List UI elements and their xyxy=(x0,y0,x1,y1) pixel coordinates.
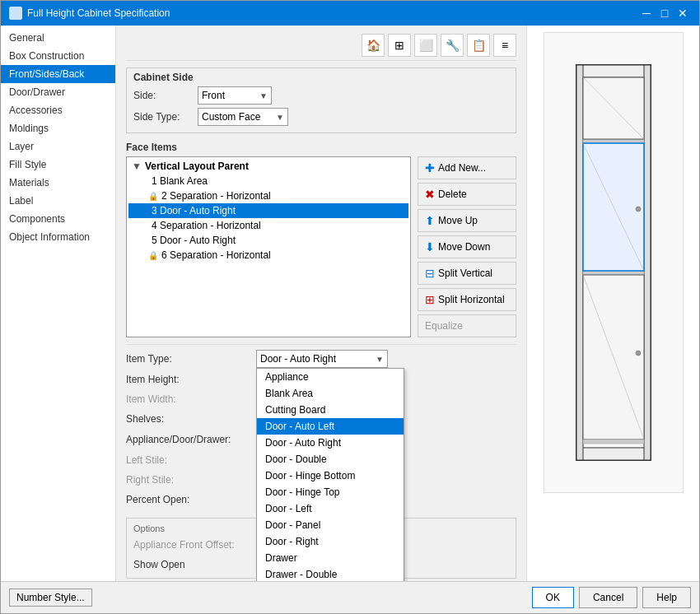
face-item-2-text: 2 Separation - Horizontal xyxy=(161,190,271,202)
face-items-body: ▼ Vertical Layout Parent 1 Blank Area 🔒 … xyxy=(126,156,516,337)
toolbar-tool-btn[interactable]: 🔧 xyxy=(441,34,464,57)
svg-rect-4 xyxy=(644,65,651,460)
side-type-value: Custom Face xyxy=(202,111,260,123)
move-down-label: Move Down xyxy=(438,241,490,253)
option-door-right[interactable]: Door - Right xyxy=(257,533,404,550)
move-up-label: Move Up xyxy=(438,215,478,226)
appliance-drawer-label: Appliance/Door/Drawer: xyxy=(126,434,250,445)
item-type-dropdown-arrow: ▼ xyxy=(376,355,384,364)
item-type-dropdown[interactable]: Door - Auto Right ▼ xyxy=(256,350,388,368)
svg-point-11 xyxy=(636,207,641,212)
face-item-3-text: 3 Door - Auto Right xyxy=(152,205,236,216)
cabinet-svg xyxy=(560,57,667,468)
option-appliance[interactable]: Appliance xyxy=(257,369,404,385)
lock-icon-6: 🔒 xyxy=(148,251,158,260)
right-stile-label: Right Stile: xyxy=(126,474,250,486)
split-vertical-button[interactable]: ⊟ Split Vertical xyxy=(418,262,516,285)
svg-rect-1 xyxy=(576,65,651,77)
main-content: 🏠 ⊞ ⬜ 🔧 📋 ≡ Cabinet Side Side: Front ▼ xyxy=(116,26,526,581)
shelves-label: Shelves: xyxy=(126,413,250,425)
number-style-button[interactable]: Number Style... xyxy=(9,588,92,607)
sidebar-item-front-sides-back[interactable]: Front/Sides/Back xyxy=(1,65,115,83)
split-vertical-label: Split Vertical xyxy=(438,267,492,279)
side-row: Side: Front ▼ xyxy=(133,86,509,105)
face-item-4-text: 4 Separation - Horizontal xyxy=(152,220,261,231)
up-arrow-icon: ⬆ xyxy=(425,214,435,227)
side-value: Front xyxy=(202,90,225,101)
equalize-button[interactable]: Equalize xyxy=(418,314,516,337)
side-dropdown[interactable]: Front ▼ xyxy=(198,86,272,105)
maximize-button[interactable]: □ xyxy=(656,5,673,21)
option-drawer[interactable]: Drawer xyxy=(257,550,404,566)
close-button[interactable]: ✕ xyxy=(674,5,691,21)
option-door-auto-left[interactable]: Door - Auto Left xyxy=(257,418,404,435)
sidebar-item-label[interactable]: Label xyxy=(1,192,115,210)
face-item-3[interactable]: 3 Door - Auto Right xyxy=(128,203,408,218)
sidebar-item-door-drawer[interactable]: Door/Drawer xyxy=(1,83,115,101)
cabinet-preview xyxy=(544,32,684,493)
side-label: Side: xyxy=(133,90,191,101)
face-item-4[interactable]: 4 Separation - Horizontal xyxy=(128,218,408,233)
toolbar-row: 🏠 ⊞ ⬜ 🔧 📋 ≡ xyxy=(126,34,516,61)
option-door-hinge-bottom[interactable]: Door - Hinge Bottom xyxy=(257,467,404,484)
item-type-label: Item Type: xyxy=(126,353,250,365)
split-vertical-icon: ⊟ xyxy=(425,267,435,280)
help-button[interactable]: Help xyxy=(642,587,691,608)
minimize-button[interactable]: ─ xyxy=(638,5,655,21)
sidebar-item-moldings[interactable]: Moldings xyxy=(1,119,115,137)
add-new-button[interactable]: ✚ Add New... xyxy=(418,156,516,179)
face-buttons-panel: ✚ Add New... ✖ Delete ⬆ Move Up ⬇ xyxy=(418,156,516,337)
delete-button[interactable]: ✖ Delete xyxy=(418,183,516,206)
option-cutting-board[interactable]: Cutting Board xyxy=(257,402,404,418)
toolbar-frame-btn[interactable]: ⬜ xyxy=(414,34,437,57)
move-down-button[interactable]: ⬇ Move Down xyxy=(418,235,516,258)
toolbar-copy-btn[interactable]: 📋 xyxy=(467,34,490,57)
show-open-label: Show Open xyxy=(133,559,257,570)
split-horizontal-label: Split Horizontal xyxy=(438,294,505,305)
option-door-hinge-top[interactable]: Door - Hinge Top xyxy=(257,484,404,500)
item-type-value: Door - Auto Right xyxy=(260,353,336,365)
face-item-6[interactable]: 🔒 6 Separation - Horizontal xyxy=(128,248,408,263)
face-item-5[interactable]: 5 Door - Auto Right xyxy=(128,233,408,248)
ok-button[interactable]: OK xyxy=(532,587,574,608)
side-dropdown-arrow: ▼ xyxy=(259,91,268,100)
title-controls: ─ □ ✕ xyxy=(638,5,691,21)
toolbar-grid-btn[interactable]: ⊞ xyxy=(388,34,411,57)
item-height-label: Item Height: xyxy=(126,374,250,385)
item-details-section: Item Type: Door - Auto Right ▼ Appliance… xyxy=(126,344,516,508)
sidebar-item-materials[interactable]: Materials xyxy=(1,174,115,192)
svg-point-14 xyxy=(636,351,641,356)
sidebar-item-fill-style[interactable]: Fill Style xyxy=(1,156,115,174)
face-item-6-text: 6 Separation - Horizontal xyxy=(161,249,271,261)
face-item-2[interactable]: 🔒 2 Separation - Horizontal xyxy=(128,188,408,203)
side-type-dropdown[interactable]: Custom Face ▼ xyxy=(198,108,288,126)
split-horizontal-button[interactable]: ⊞ Split Horizontal xyxy=(418,288,516,311)
left-stile-label: Left Stile: xyxy=(126,454,250,466)
toolbar-menu-btn[interactable]: ≡ xyxy=(493,34,516,57)
option-door-left[interactable]: Door - Left xyxy=(257,500,404,517)
svg-rect-15 xyxy=(583,440,644,444)
sidebar-item-layer[interactable]: Layer xyxy=(1,137,115,156)
option-blank-area[interactable]: Blank Area xyxy=(257,385,404,402)
item-width-label: Item Width: xyxy=(126,393,250,405)
face-item-1[interactable]: 1 Blank Area xyxy=(128,174,408,188)
split-horizontal-icon: ⊞ xyxy=(425,293,435,306)
face-items-list[interactable]: ▼ Vertical Layout Parent 1 Blank Area 🔒 … xyxy=(126,156,411,337)
appliance-offset-label: Appliance Front Offset: xyxy=(133,539,257,551)
option-door-double[interactable]: Door - Double xyxy=(257,451,404,467)
option-door-panel[interactable]: Door - Panel xyxy=(257,517,404,533)
option-drawer-double[interactable]: Drawer - Double xyxy=(257,566,404,581)
cabinet-side-title: Cabinet Side xyxy=(133,72,509,83)
sidebar-item-accessories[interactable]: Accessories xyxy=(1,101,115,119)
percent-open-label: Percent Open: xyxy=(126,494,250,505)
option-door-auto-right[interactable]: Door - Auto Right xyxy=(257,435,404,451)
move-up-button[interactable]: ⬆ Move Up xyxy=(418,209,516,232)
sidebar-item-object-information[interactable]: Object Information xyxy=(1,228,115,246)
sidebar-item-box-construction[interactable]: Box Construction xyxy=(1,47,115,65)
bottom-bar: Number Style... OK Cancel Help xyxy=(1,581,699,613)
sidebar-item-components[interactable]: Components xyxy=(1,210,115,228)
title-bar: Full Height Cabinet Specification ─ □ ✕ xyxy=(1,1,699,26)
cancel-button[interactable]: Cancel xyxy=(579,587,637,608)
sidebar-item-general[interactable]: General xyxy=(1,29,115,47)
toolbar-home-btn[interactable]: 🏠 xyxy=(362,34,385,57)
